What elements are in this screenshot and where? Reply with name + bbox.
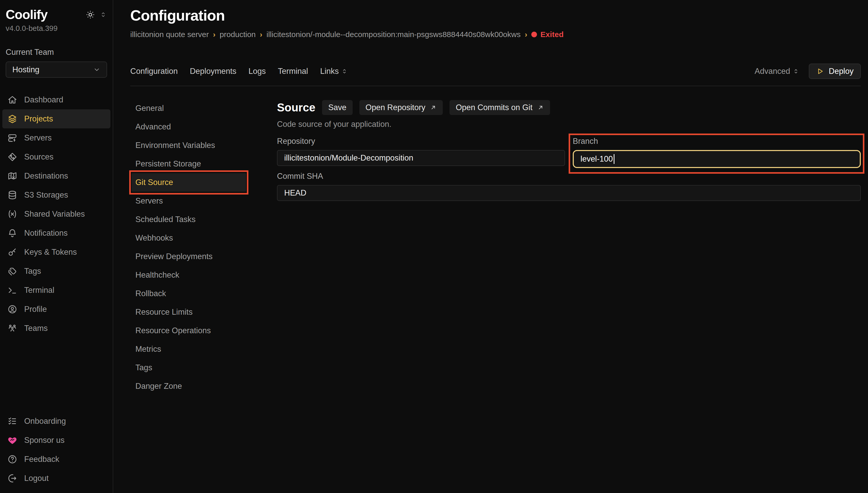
subnav-item-webhooks[interactable]: Webhooks <box>131 229 246 247</box>
team-select[interactable]: Hosting <box>6 62 107 78</box>
subnav-item-resource-limits[interactable]: Resource Limits <box>131 303 246 321</box>
user-icon <box>7 304 18 314</box>
subnav-item-scheduled-tasks[interactable]: Scheduled Tasks <box>131 210 246 229</box>
branch-input[interactable]: level-100 <box>573 150 861 168</box>
map-icon <box>7 171 18 181</box>
sidebar-item-shared-variables[interactable]: Shared Variables <box>2 205 110 223</box>
chevron-up-down-icon <box>793 68 799 74</box>
terminal-icon <box>7 285 18 295</box>
database-icon <box>7 190 18 200</box>
status-text: Exited <box>540 30 564 39</box>
sidebar-item-label: Shared Variables <box>24 210 85 219</box>
source-header: Source Save Open Repository Open Commits… <box>277 100 861 115</box>
sidebar-item-notifications[interactable]: Notifications <box>2 223 110 243</box>
heart-icon <box>7 435 18 445</box>
sidebar-item-label: Notifications <box>24 229 68 238</box>
subnav-item-metrics[interactable]: Metrics <box>131 340 246 359</box>
server-icon <box>7 133 18 143</box>
subnav-item-danger-zone[interactable]: Danger Zone <box>131 377 246 395</box>
settings-subnav: General Advanced Environment Variables P… <box>130 99 277 395</box>
breadcrumb-environment[interactable]: production <box>219 30 256 39</box>
external-link-icon <box>430 104 437 111</box>
advanced-dropdown[interactable]: Advanced <box>755 67 799 76</box>
tab-links[interactable]: Links <box>320 67 347 76</box>
tab-deployments[interactable]: Deployments <box>190 67 236 76</box>
sidebar-item-label: Sponsor us <box>24 436 65 445</box>
sidebar-item-profile[interactable]: Profile <box>2 300 110 319</box>
sidebar-item-label: Feedback <box>24 455 59 464</box>
text-cursor <box>614 154 614 164</box>
tab-terminal[interactable]: Terminal <box>278 67 308 76</box>
subnav-item-resource-operations[interactable]: Resource Operations <box>131 321 246 340</box>
branch-input-value: level-100 <box>580 154 613 164</box>
sidebar-item-label: Profile <box>24 305 47 314</box>
sidebar: Coolify v4.0.0-beta.399 Current Team Hos… <box>0 0 113 493</box>
sidebar-item-sponsor-us[interactable]: Sponsor us <box>2 431 110 450</box>
source-fields: Repository Branch level-100 Commit SHA <box>277 137 861 201</box>
home-icon <box>7 95 18 105</box>
subnav-item-preview-deployments[interactable]: Preview Deployments <box>131 247 246 266</box>
subnav-item-persistent-storage[interactable]: Persistent Storage <box>131 155 246 173</box>
subnav-item-servers[interactable]: Servers <box>131 192 246 210</box>
sidebar-item-logout[interactable]: Logout <box>2 469 110 488</box>
sidebar-item-s3-storages[interactable]: S3 Storages <box>2 186 110 205</box>
app-root: Coolify v4.0.0-beta.399 Current Team Hos… <box>0 0 868 493</box>
sidebar-item-projects[interactable]: Projects <box>2 109 110 128</box>
sidebar-item-dashboard[interactable]: Dashboard <box>2 90 110 109</box>
subnav-item-git-source[interactable]: Git Source <box>131 173 246 192</box>
sidebar-item-label: Destinations <box>24 171 68 180</box>
sidebar-item-servers[interactable]: Servers <box>2 128 110 147</box>
sidebar-item-label: Keys & Tokens <box>24 248 77 257</box>
app-logo[interactable]: Coolify <box>6 7 47 22</box>
layers-icon <box>7 114 18 124</box>
sidebar-item-teams[interactable]: Teams <box>2 319 110 338</box>
checklist-icon <box>7 416 18 426</box>
breadcrumb-project[interactable]: illicitonion quote server <box>130 30 209 39</box>
sidebar-item-label: Sources <box>24 152 54 162</box>
chevron-down-icon <box>93 66 100 73</box>
commit-sha-field: Commit SHA <box>277 172 861 201</box>
users-icon <box>7 323 18 333</box>
sidebar-item-tags[interactable]: Tags <box>2 262 110 281</box>
external-link-icon <box>537 104 544 111</box>
subnav-item-healthcheck[interactable]: Healthcheck <box>131 266 246 284</box>
configuration-content: General Advanced Environment Variables P… <box>130 99 861 395</box>
tabs: Configuration Deployments Logs Terminal … <box>130 67 347 76</box>
theme-toggle-icon[interactable] <box>85 10 95 20</box>
sidebar-item-onboarding[interactable]: Onboarding <box>2 412 110 431</box>
help-icon <box>7 454 18 464</box>
open-commits-button[interactable]: Open Commits on Git <box>449 100 550 115</box>
sidebar-item-terminal[interactable]: Terminal <box>2 281 110 300</box>
deploy-button[interactable]: Deploy <box>809 64 861 79</box>
sidebar-header: Coolify <box>0 7 113 22</box>
open-repository-button[interactable]: Open Repository <box>359 100 443 115</box>
sidebar-footer-nav: Onboarding Sponsor us Feedback <box>0 412 113 488</box>
subnav-item-rollback[interactable]: Rollback <box>131 284 246 303</box>
subnav-item-environment-variables[interactable]: Environment Variables <box>131 136 246 155</box>
subnav-item-tags[interactable]: Tags <box>131 359 246 377</box>
repository-input[interactable] <box>277 150 565 166</box>
save-button[interactable]: Save <box>322 100 353 115</box>
commit-sha-input[interactable] <box>277 185 861 201</box>
tab-configuration[interactable]: Configuration <box>130 67 177 76</box>
sidebar-collapse-icon[interactable] <box>100 11 107 18</box>
sidebar-item-label: Terminal <box>24 286 54 295</box>
tab-logs[interactable]: Logs <box>248 67 266 76</box>
subnav-item-advanced[interactable]: Advanced <box>131 117 246 136</box>
breadcrumb-application[interactable]: illicitestonion/-module--decomposition:m… <box>267 30 521 39</box>
section-title: Source <box>277 101 315 114</box>
git-source-form: Source Save Open Repository Open Commits… <box>277 99 861 201</box>
page-title: Configuration <box>130 7 861 24</box>
sidebar-item-sources[interactable]: Sources <box>2 147 110 167</box>
sidebar-item-destinations[interactable]: Destinations <box>2 167 110 186</box>
sidebar-spacer <box>0 338 113 412</box>
subnav-item-general[interactable]: General <box>131 99 246 117</box>
breadcrumb-separator-icon: › <box>525 30 527 39</box>
sidebar-item-label: Logout <box>24 474 49 483</box>
play-icon <box>816 67 824 76</box>
branch-label: Branch <box>573 137 861 146</box>
sidebar-item-keys-tokens[interactable]: Keys & Tokens <box>2 243 110 262</box>
current-team-label: Current Team <box>0 48 113 57</box>
sidebar-item-feedback[interactable]: Feedback <box>2 450 110 469</box>
tabbar: Configuration Deployments Logs Terminal … <box>130 64 861 86</box>
